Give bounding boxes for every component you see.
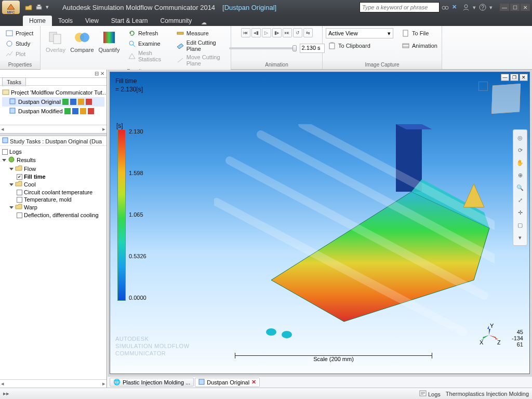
- doctab-1[interactable]: Dustpan Original ✕: [195, 378, 260, 387]
- statusbar-expand-icon[interactable]: ▸▸: [3, 390, 11, 397]
- navcube[interactable]: [491, 84, 521, 114]
- doctab-close-icon[interactable]: ✕: [251, 379, 256, 385]
- tree-cool[interactable]: Cool: [2, 180, 104, 189]
- overlay-button[interactable]: Overlay: [44, 28, 68, 54]
- tree-cool-0[interactable]: Circuit coolant temperature: [2, 189, 104, 196]
- exchange-icon[interactable]: ✕: [452, 4, 459, 11]
- move-cutting-plane-button[interactable]: Move Cutting Plane: [174, 53, 228, 68]
- expand-icon[interactable]: [9, 206, 14, 209]
- tab-start-learn[interactable]: Start & Learn: [105, 16, 154, 26]
- quantify-label: Quantify: [98, 47, 119, 53]
- study-row-0[interactable]: Dustpan Original: [2, 97, 104, 107]
- expand-icon[interactable]: [9, 183, 14, 186]
- study-tasks-header: Study Tasks : Dustpan Original (Dua: [0, 136, 107, 146]
- animation-capture-button[interactable]: Animation: [400, 41, 440, 51]
- pin-icon[interactable]: ⊟ ✕: [95, 71, 104, 76]
- edit-cutting-plane-button[interactable]: Edit Cutting Plane: [174, 38, 228, 53]
- doctab-0[interactable]: 🌐 Plastic Injection Molding ...: [110, 378, 194, 387]
- print-icon[interactable]: [35, 4, 43, 11]
- results-label: Results: [17, 157, 36, 163]
- binoculars-icon[interactable]: [442, 4, 449, 11]
- viewport: — ❐ ✕ Fill time = 2.130[s] [s] 2.130 1.5…: [107, 70, 532, 388]
- globe-icon: 🌐: [113, 379, 121, 385]
- anim-last-button[interactable]: ⏭: [283, 28, 292, 37]
- orbit-icon[interactable]: ⟳: [514, 144, 526, 156]
- tab-home[interactable]: Home: [23, 16, 52, 26]
- anim-first-button[interactable]: ⏮: [241, 28, 250, 37]
- center-icon[interactable]: ✛: [514, 207, 526, 218]
- project-button[interactable]: Project: [3, 28, 35, 38]
- open-icon[interactable]: [25, 4, 32, 11]
- tree-fill-time[interactable]: ✔ Fill time: [2, 173, 104, 180]
- checkbox[interactable]: [17, 190, 22, 195]
- view-menu-icon[interactable]: ▾: [514, 232, 526, 243]
- tree-logs[interactable]: Logs: [2, 148, 104, 155]
- help-icon[interactable]: ?: [479, 4, 486, 11]
- logs-checkbox[interactable]: [2, 149, 8, 155]
- tree-warp-0[interactable]: Deflection, differential cooling: [2, 211, 104, 219]
- measure-button[interactable]: Measure: [174, 28, 228, 38]
- anim-bounce-button[interactable]: ⇆: [303, 28, 313, 37]
- svg-point-5: [464, 5, 468, 8]
- pan-icon[interactable]: ✋: [514, 157, 526, 168]
- compare-button[interactable]: Compare: [70, 28, 95, 54]
- cloud-icon[interactable]: ☁: [201, 19, 207, 26]
- steering-wheel-icon[interactable]: ◎: [514, 132, 526, 143]
- doc-min-icon[interactable]: —: [501, 74, 509, 81]
- anim-next-button[interactable]: ▮▸: [272, 28, 282, 37]
- doc-max-icon[interactable]: ❐: [510, 74, 518, 81]
- project-row[interactable]: Project 'Moldflow Communicator Tut…: [2, 88, 104, 97]
- mesh-label: Mesh Statistics: [138, 50, 168, 62]
- measure-icon: [176, 29, 184, 37]
- expand-icon[interactable]: [2, 159, 6, 162]
- canvas-3d[interactable]: — ❐ ✕ Fill time = 2.130[s] [s] 2.130 1.5…: [110, 72, 530, 374]
- sidebar-scroll-bottom[interactable]: ◂▸: [0, 379, 107, 388]
- refresh-button[interactable]: Refresh: [126, 28, 170, 38]
- plot-button[interactable]: Plot: [3, 49, 35, 59]
- tab-community[interactable]: Community: [154, 16, 198, 26]
- time-value[interactable]: 2.130 s: [300, 44, 325, 53]
- time-slider[interactable]: [229, 47, 297, 49]
- svg-point-37: [282, 331, 292, 338]
- doc-close-icon[interactable]: ✕: [520, 74, 528, 81]
- active-view-dropdown[interactable]: Active View▾: [326, 28, 393, 38]
- quantify-button[interactable]: Quantify: [97, 28, 122, 54]
- study-row-1[interactable]: Dustpan Modified: [2, 107, 104, 116]
- study-button[interactable]: Study: [3, 38, 35, 49]
- tab-view[interactable]: View: [79, 16, 105, 26]
- tree-warp[interactable]: Warp: [2, 203, 104, 211]
- anim-play-button[interactable]: ▷: [262, 28, 271, 37]
- zoom-window-icon[interactable]: 🔍: [514, 182, 526, 193]
- examine-button[interactable]: Examine: [126, 38, 170, 49]
- tab-tools[interactable]: Tools: [52, 16, 79, 26]
- mesh-stats-button[interactable]: Mesh Statistics: [126, 49, 170, 63]
- zoom-in-icon[interactable]: ⊕: [514, 169, 526, 181]
- movecut-label: Move Cutting Plane: [187, 54, 225, 66]
- fill-time-checkbox[interactable]: ✔: [17, 174, 22, 180]
- anim-loop-button[interactable]: ↺: [293, 28, 302, 37]
- signin-icon[interactable]: [462, 4, 470, 11]
- zoom-fit-icon[interactable]: ⤢: [514, 194, 526, 206]
- maximize-button[interactable]: ☐: [510, 4, 520, 11]
- qat-dropdown-icon[interactable]: ▾: [46, 4, 53, 11]
- sidebar-scroll-top[interactable]: ◂▸: [0, 125, 107, 133]
- examine-label: Examine: [138, 41, 161, 47]
- tree-results[interactable]: Results: [2, 155, 104, 165]
- tree-flow[interactable]: Flow: [2, 165, 104, 173]
- minimize-button[interactable]: —: [500, 4, 509, 11]
- checkbox[interactable]: [17, 197, 22, 203]
- help-search-input[interactable]: [360, 2, 440, 12]
- close-button[interactable]: ✕: [521, 4, 530, 11]
- nav-home-icon[interactable]: [478, 82, 488, 91]
- to-clipboard-button[interactable]: To Clipboard: [326, 41, 393, 51]
- to-file-button[interactable]: To File: [400, 28, 440, 38]
- checkbox[interactable]: [17, 212, 22, 218]
- tree-cool-1[interactable]: Temperature, mold: [2, 196, 104, 203]
- look-at-icon[interactable]: ▢: [514, 219, 526, 231]
- svg-text:X: X: [480, 339, 484, 345]
- anim-prev-button[interactable]: ◂▮: [251, 28, 261, 37]
- warp-label: Warp: [24, 204, 37, 210]
- expand-icon[interactable]: [9, 168, 14, 170]
- logs-button[interactable]: Logs: [419, 390, 441, 397]
- app-menu-button[interactable]: MFC: [2, 1, 20, 14]
